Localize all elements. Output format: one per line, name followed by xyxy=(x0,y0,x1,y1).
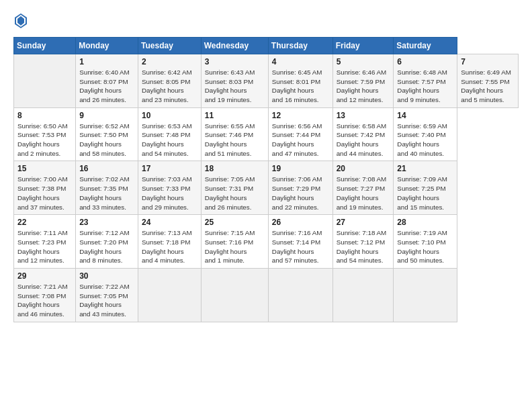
day-cell-29: 29Sunrise: 7:21 AMSunset: 7:08 PMDayligh… xyxy=(14,269,76,322)
day-info: Sunrise: 7:09 AMSunset: 7:25 PMDaylight … xyxy=(397,175,447,210)
day-cell-5: 5Sunrise: 6:46 AMSunset: 7:59 PMDaylight… xyxy=(332,54,394,107)
day-info: Sunrise: 7:18 AMSunset: 7:12 PMDaylight … xyxy=(337,229,387,264)
day-number: 19 xyxy=(272,164,329,173)
day-number: 17 xyxy=(142,164,197,173)
day-cell-18: 18Sunrise: 7:05 AMSunset: 7:31 PMDayligh… xyxy=(201,161,268,215)
day-cell-11: 11Sunrise: 6:55 AMSunset: 7:46 PMDayligh… xyxy=(201,107,268,161)
day-info: Sunrise: 7:05 AMSunset: 7:31 PMDaylight … xyxy=(205,175,255,210)
day-cell-17: 17Sunrise: 7:03 AMSunset: 7:33 PMDayligh… xyxy=(138,161,202,215)
day-number: 12 xyxy=(272,111,329,120)
day-info: Sunrise: 6:42 AMSunset: 8:05 PMDaylight … xyxy=(142,68,192,103)
day-cell-1: 1Sunrise: 6:40 AMSunset: 8:07 PMDaylight… xyxy=(76,54,138,107)
day-number: 13 xyxy=(337,111,390,120)
day-info: Sunrise: 7:19 AMSunset: 7:10 PMDaylight … xyxy=(397,229,447,264)
day-info: Sunrise: 7:13 AMSunset: 7:18 PMDaylight … xyxy=(142,229,192,264)
day-cell-9: 9Sunrise: 6:52 AMSunset: 7:50 PMDaylight… xyxy=(76,107,138,161)
calendar-week-2: 8Sunrise: 6:50 AMSunset: 7:53 PMDaylight… xyxy=(14,107,519,161)
day-info: Sunrise: 7:15 AMSunset: 7:16 PMDaylight … xyxy=(205,229,255,264)
day-header-saturday: Saturday xyxy=(394,37,457,54)
day-info: Sunrise: 7:00 AMSunset: 7:38 PMDaylight … xyxy=(17,175,68,210)
day-header-monday: Monday xyxy=(76,37,138,54)
day-number: 10 xyxy=(142,111,197,120)
empty-cell xyxy=(394,269,457,322)
day-number: 16 xyxy=(79,164,134,173)
day-info: Sunrise: 6:43 AMSunset: 8:03 PMDaylight … xyxy=(205,68,255,103)
day-cell-20: 20Sunrise: 7:08 AMSunset: 7:27 PMDayligh… xyxy=(332,161,394,215)
day-header-thursday: Thursday xyxy=(268,37,332,54)
day-info: Sunrise: 6:40 AMSunset: 8:07 PMDaylight … xyxy=(79,68,130,103)
day-number: 1 xyxy=(79,57,134,66)
day-info: Sunrise: 6:49 AMSunset: 7:55 PMDaylight … xyxy=(461,68,511,103)
day-info: Sunrise: 7:03 AMSunset: 7:33 PMDaylight … xyxy=(142,175,192,210)
day-info: Sunrise: 6:58 AMSunset: 7:42 PMDaylight … xyxy=(337,122,387,157)
day-cell-19: 19Sunrise: 7:06 AMSunset: 7:29 PMDayligh… xyxy=(268,161,332,215)
day-cell-7: 7Sunrise: 6:49 AMSunset: 7:55 PMDaylight… xyxy=(457,54,519,107)
day-number: 30 xyxy=(79,271,134,281)
day-info: Sunrise: 7:22 AMSunset: 7:05 PMDaylight … xyxy=(79,283,130,318)
day-number: 21 xyxy=(397,164,453,173)
day-number: 7 xyxy=(461,57,515,66)
day-info: Sunrise: 6:53 AMSunset: 7:48 PMDaylight … xyxy=(142,122,192,157)
day-info: Sunrise: 6:50 AMSunset: 7:53 PMDaylight … xyxy=(17,122,68,157)
empty-cell xyxy=(14,54,76,107)
day-header-friday: Friday xyxy=(332,37,394,54)
day-number: 14 xyxy=(397,111,453,120)
day-cell-22: 22Sunrise: 7:11 AMSunset: 7:23 PMDayligh… xyxy=(14,215,76,269)
day-info: Sunrise: 6:59 AMSunset: 7:40 PMDaylight … xyxy=(397,122,447,157)
day-number: 29 xyxy=(17,271,72,281)
day-cell-28: 28Sunrise: 7:19 AMSunset: 7:10 PMDayligh… xyxy=(394,215,457,269)
day-info: Sunrise: 6:45 AMSunset: 8:01 PMDaylight … xyxy=(272,68,322,103)
day-number: 3 xyxy=(205,57,265,66)
day-header-tuesday: Tuesday xyxy=(138,37,202,54)
calendar-table: SundayMondayTuesdayWednesdayThursdayFrid… xyxy=(13,37,519,322)
day-cell-15: 15Sunrise: 7:00 AMSunset: 7:38 PMDayligh… xyxy=(14,161,76,215)
day-number: 9 xyxy=(79,111,134,120)
day-number: 11 xyxy=(205,111,265,120)
calendar-week-3: 15Sunrise: 7:00 AMSunset: 7:38 PMDayligh… xyxy=(14,161,519,215)
day-cell-10: 10Sunrise: 6:53 AMSunset: 7:48 PMDayligh… xyxy=(138,107,202,161)
day-number: 6 xyxy=(397,57,453,66)
day-header-wednesday: Wednesday xyxy=(201,37,268,54)
day-info: Sunrise: 7:02 AMSunset: 7:35 PMDaylight … xyxy=(79,175,130,210)
day-cell-3: 3Sunrise: 6:43 AMSunset: 8:03 PMDaylight… xyxy=(201,54,268,107)
empty-cell xyxy=(138,269,202,322)
day-number: 28 xyxy=(397,218,453,227)
day-cell-13: 13Sunrise: 6:58 AMSunset: 7:42 PMDayligh… xyxy=(332,107,394,161)
day-info: Sunrise: 6:55 AMSunset: 7:46 PMDaylight … xyxy=(205,122,255,157)
day-info: Sunrise: 7:08 AMSunset: 7:27 PMDaylight … xyxy=(337,175,387,210)
day-cell-2: 2Sunrise: 6:42 AMSunset: 8:05 PMDaylight… xyxy=(138,54,202,107)
day-cell-4: 4Sunrise: 6:45 AMSunset: 8:01 PMDaylight… xyxy=(268,54,332,107)
day-header-sunday: Sunday xyxy=(14,37,76,54)
day-cell-21: 21Sunrise: 7:09 AMSunset: 7:25 PMDayligh… xyxy=(394,161,457,215)
day-number: 22 xyxy=(17,218,72,227)
calendar-week-1: 1Sunrise: 6:40 AMSunset: 8:07 PMDaylight… xyxy=(14,54,519,107)
day-number: 24 xyxy=(142,218,197,227)
day-cell-6: 6Sunrise: 6:48 AMSunset: 7:57 PMDaylight… xyxy=(394,54,457,107)
day-cell-30: 30Sunrise: 7:22 AMSunset: 7:05 PMDayligh… xyxy=(76,269,138,322)
calendar-week-5: 29Sunrise: 7:21 AMSunset: 7:08 PMDayligh… xyxy=(14,269,519,322)
day-number: 4 xyxy=(272,57,329,66)
day-cell-25: 25Sunrise: 7:15 AMSunset: 7:16 PMDayligh… xyxy=(201,215,268,269)
day-number: 5 xyxy=(337,57,390,66)
day-cell-14: 14Sunrise: 6:59 AMSunset: 7:40 PMDayligh… xyxy=(394,107,457,161)
day-info: Sunrise: 7:21 AMSunset: 7:08 PMDaylight … xyxy=(17,283,68,318)
day-cell-27: 27Sunrise: 7:18 AMSunset: 7:12 PMDayligh… xyxy=(332,215,394,269)
empty-cell xyxy=(201,269,268,322)
day-cell-12: 12Sunrise: 6:56 AMSunset: 7:44 PMDayligh… xyxy=(268,107,332,161)
day-number: 23 xyxy=(79,218,134,227)
header xyxy=(13,11,519,32)
calendar-header-row: SundayMondayTuesdayWednesdayThursdayFrid… xyxy=(14,37,519,54)
calendar-week-4: 22Sunrise: 7:11 AMSunset: 7:23 PMDayligh… xyxy=(14,215,519,269)
day-number: 2 xyxy=(142,57,197,66)
empty-cell xyxy=(332,269,394,322)
day-cell-16: 16Sunrise: 7:02 AMSunset: 7:35 PMDayligh… xyxy=(76,161,138,215)
day-number: 8 xyxy=(17,111,72,120)
calendar-page: SundayMondayTuesdayWednesdayThursdayFrid… xyxy=(0,0,532,411)
day-info: Sunrise: 7:06 AMSunset: 7:29 PMDaylight … xyxy=(272,175,322,210)
day-cell-26: 26Sunrise: 7:16 AMSunset: 7:14 PMDayligh… xyxy=(268,215,332,269)
day-number: 18 xyxy=(205,164,265,173)
logo-icon xyxy=(15,13,27,28)
day-number: 20 xyxy=(337,164,390,173)
day-info: Sunrise: 6:46 AMSunset: 7:59 PMDaylight … xyxy=(337,68,387,103)
day-info: Sunrise: 7:11 AMSunset: 7:23 PMDaylight … xyxy=(17,229,68,264)
